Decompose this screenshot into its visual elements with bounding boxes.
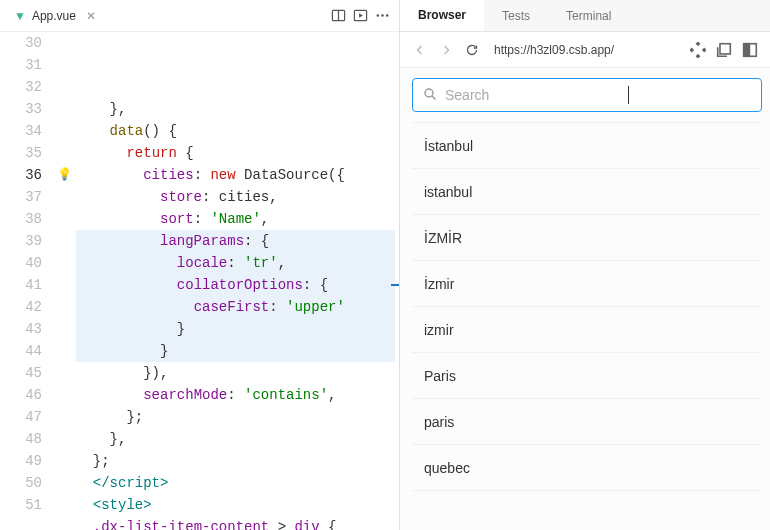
gutter-mark [52,296,76,318]
line-number: 44 [0,340,42,362]
search-input[interactable] [445,87,620,103]
code-line[interactable]: .dx-list-item-content > div { [76,516,395,530]
line-number: 41 [0,274,42,296]
line-number: 45 [0,362,42,384]
expand-icon[interactable] [742,42,758,58]
minimap-tick [391,284,399,286]
vue-icon: ▼ [14,9,26,23]
svg-point-5 [385,14,387,16]
code-line[interactable]: }), [76,362,395,384]
nav-back-icon[interactable] [412,42,428,58]
svg-point-4 [381,14,383,16]
gutter-mark [52,362,76,384]
code-line[interactable]: locale: 'tr', [76,252,395,274]
list-item[interactable]: izmir [412,307,762,353]
line-number: 48 [0,428,42,450]
line-number: 34 [0,120,42,142]
city-list[interactable]: İstanbulistanbulİZMİRİzmirizmirParispari… [412,122,762,520]
gutter-mark [52,340,76,362]
line-number: 37 [0,186,42,208]
gutter-mark [52,76,76,98]
code-line[interactable]: searchMode: 'contains', [76,384,395,406]
close-icon[interactable]: ✕ [84,7,98,25]
list-item[interactable]: quebec [412,445,762,491]
run-preview-icon[interactable] [349,5,371,27]
preview-pane: BrowserTestsTerminal https://h3zl09.csb.… [400,0,770,530]
line-number: 32 [0,76,42,98]
svg-rect-10 [720,43,730,53]
code-line[interactable]: <style> [76,494,395,516]
svg-point-3 [376,14,378,16]
line-number: 40 [0,252,42,274]
gutter-mark [52,274,76,296]
gutter-mark [52,252,76,274]
editor-pane: ▼ App.vue ✕ 3031323334353637383940414243… [0,0,400,530]
gutter-mark [52,318,76,340]
nav-forward-icon[interactable] [438,42,454,58]
code-line[interactable]: store: cities, [76,186,395,208]
preview-tab-browser[interactable]: Browser [400,0,484,31]
code-line[interactable]: }, [76,98,395,120]
more-icon[interactable] [371,5,393,27]
text-cursor [628,86,629,104]
gutter-mark [52,230,76,252]
gutter-mark [52,406,76,428]
address-bar: https://h3zl09.csb.app/ [400,32,770,68]
code-line[interactable]: } [76,318,395,340]
code-line[interactable]: langParams: { [76,230,395,252]
code-line[interactable]: sort: 'Name', [76,208,395,230]
line-number: 35 [0,142,42,164]
line-number: 43 [0,318,42,340]
gutter-mark [52,186,76,208]
list-item[interactable]: paris [412,399,762,445]
lightbulb-icon[interactable]: 💡 [57,164,72,186]
gutter-mark [52,208,76,230]
list-item[interactable]: İzmir [412,261,762,307]
line-number: 47 [0,406,42,428]
code-line[interactable]: data() { [76,120,395,142]
line-number: 38 [0,208,42,230]
line-number: 33 [0,98,42,120]
code-line[interactable]: }, [76,428,395,450]
line-number: 42 [0,296,42,318]
code-line[interactable]: return { [76,142,395,164]
svg-rect-8 [702,47,706,52]
svg-rect-6 [696,42,701,46]
reload-icon[interactable] [464,42,480,58]
line-number: 31 [0,54,42,76]
code-line[interactable]: cities: new DataSource({ [76,164,395,186]
file-name: App.vue [32,9,76,23]
gutter-mark: 💡 [52,164,76,186]
line-number: 50 [0,472,42,494]
file-tab[interactable]: ▼ App.vue [6,0,84,31]
line-number: 30 [0,32,42,54]
line-number: 39 [0,230,42,252]
line-number-gutter: 3031323334353637383940414243444546474849… [0,32,52,530]
svg-rect-12 [744,43,750,56]
preview-tab-tests[interactable]: Tests [484,0,548,31]
code-line[interactable]: }; [76,406,395,428]
gutter-mark [52,450,76,472]
gutter-mark [52,54,76,76]
list-item[interactable]: Paris [412,353,762,399]
url-field[interactable]: https://h3zl09.csb.app/ [490,43,680,57]
svg-rect-7 [690,47,694,52]
search-box[interactable] [412,78,762,112]
split-editor-icon[interactable] [327,5,349,27]
codesandbox-icon[interactable] [690,42,706,58]
code-line[interactable]: }; [76,450,395,472]
line-number: 46 [0,384,42,406]
preview-tab-terminal[interactable]: Terminal [548,0,629,31]
gutter-mark [52,120,76,142]
open-window-icon[interactable] [716,42,732,58]
gutter-mark [52,142,76,164]
code-line[interactable]: } [76,340,395,362]
code-line[interactable]: caseFirst: 'upper' [76,296,395,318]
code-line[interactable]: collatorOptions: { [76,274,395,296]
code-line[interactable]: </script> [76,472,395,494]
list-item[interactable]: İstanbul [412,123,762,169]
code-lines[interactable]: }, data() { return { cities: new DataSou… [76,32,399,530]
list-item[interactable]: İZMİR [412,215,762,261]
list-item[interactable]: istanbul [412,169,762,215]
code-area[interactable]: 3031323334353637383940414243444546474849… [0,32,399,530]
